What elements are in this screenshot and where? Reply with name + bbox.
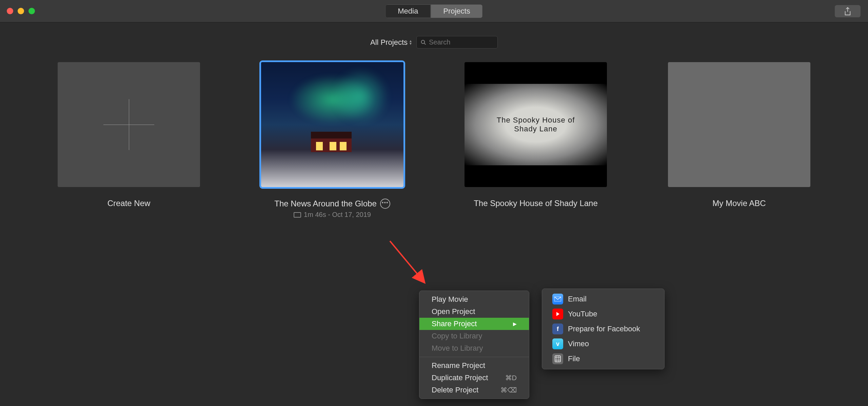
- filter-bar: All Projects ▲▼: [0, 22, 868, 62]
- project-thumbnail[interactable]: [261, 62, 403, 187]
- youtube-icon: [552, 309, 563, 319]
- email-icon: [552, 294, 563, 304]
- svg-point-0: [421, 40, 425, 43]
- annotation-arrow: [387, 238, 437, 289]
- projects-filter-dropdown[interactable]: All Projects ▲▼: [370, 38, 412, 47]
- project-more-button[interactable]: •••: [380, 199, 390, 209]
- search-icon: [421, 39, 426, 45]
- context-menu: Play Movie Open Project Share Project ▶ …: [419, 291, 529, 399]
- menu-copy-to-library: Copy to Library: [419, 330, 529, 342]
- menu-duplicate-label: Duplicate Project: [432, 373, 488, 382]
- menu-rename-project[interactable]: Rename Project: [419, 359, 529, 372]
- submenu-vimeo-label: Vimeo: [568, 339, 589, 348]
- menu-play-movie[interactable]: Play Movie: [419, 293, 529, 306]
- project-title: My Movie ABC: [712, 199, 766, 208]
- menu-separator: [419, 357, 529, 357]
- file-icon: [552, 353, 563, 364]
- svg-line-1: [424, 43, 426, 44]
- share-submenu: Email YouTube f Prepare for Facebook v V…: [542, 289, 665, 369]
- share-icon: [844, 7, 851, 16]
- search-input[interactable]: [429, 38, 493, 46]
- svg-rect-4: [555, 356, 560, 362]
- fullscreen-window-button[interactable]: [28, 8, 35, 14]
- submenu-arrow-icon: ▶: [513, 321, 517, 327]
- create-new-cell: Create New: [58, 62, 200, 219]
- thumbnail-image: [261, 62, 403, 187]
- submenu-facebook-label: Prepare for Facebook: [568, 325, 640, 333]
- project-cell: My Movie ABC: [668, 62, 810, 219]
- menu-delete-label: Delete Project: [432, 386, 478, 394]
- thumbnail-image: The Spooky House of Shady Lane: [465, 62, 607, 187]
- project-thumbnail[interactable]: [668, 62, 810, 187]
- plus-icon: [103, 99, 154, 150]
- minimize-window-button[interactable]: [18, 8, 24, 14]
- submenu-email[interactable]: Email: [542, 292, 664, 307]
- create-new-button[interactable]: [58, 62, 200, 187]
- menu-move-to-library: Move to Library: [419, 342, 529, 354]
- vimeo-icon: v: [552, 338, 563, 349]
- menu-delete-project[interactable]: Delete Project ⌘⌫: [419, 384, 529, 396]
- project-title: The Spooky House of Shady Lane: [474, 199, 598, 208]
- filter-label: All Projects: [370, 38, 408, 47]
- menu-open-project[interactable]: Open Project: [419, 306, 529, 318]
- thumb-text-line2: Shady Lane: [497, 125, 575, 133]
- submenu-file[interactable]: File: [542, 351, 664, 366]
- search-box[interactable]: [416, 36, 498, 49]
- project-title: The News Around the Globe: [274, 199, 377, 208]
- project-cell: The News Around the Globe ••• 1m 46s - O…: [261, 62, 403, 219]
- thumbnail-image: [668, 62, 810, 187]
- create-new-label: Create New: [107, 199, 151, 208]
- submenu-youtube[interactable]: YouTube: [542, 307, 664, 321]
- projects-grid: Create New The News Around the Globe •••…: [0, 62, 868, 219]
- tab-projects[interactable]: Projects: [431, 4, 482, 18]
- tab-media[interactable]: Media: [385, 4, 431, 18]
- menu-share-project[interactable]: Share Project ▶: [419, 318, 529, 330]
- filmstrip-icon: [294, 212, 301, 218]
- share-button[interactable]: [835, 5, 861, 17]
- submenu-facebook[interactable]: f Prepare for Facebook: [542, 321, 664, 336]
- project-thumbnail[interactable]: The Spooky House of Shady Lane: [465, 62, 607, 187]
- thumb-text-line1: The Spooky House of: [497, 116, 575, 125]
- menu-share-label: Share Project: [432, 319, 477, 328]
- menu-shortcut: ⌘⌫: [500, 386, 517, 394]
- submenu-file-label: File: [568, 354, 580, 363]
- sort-arrows-icon: ▲▼: [409, 40, 412, 45]
- view-segmented-control: Media Projects: [385, 4, 482, 18]
- svg-line-3: [390, 241, 424, 282]
- submenu-vimeo[interactable]: v Vimeo: [542, 336, 664, 351]
- facebook-icon: f: [552, 324, 563, 334]
- close-window-button[interactable]: [7, 8, 13, 14]
- project-meta: 1m 46s - Oct 17, 2019: [294, 211, 371, 219]
- window-controls: [7, 8, 35, 14]
- submenu-email-label: Email: [568, 295, 587, 303]
- project-cell: The Spooky House of Shady Lane The Spook…: [465, 62, 607, 219]
- project-meta-text: 1m 46s - Oct 17, 2019: [304, 211, 371, 219]
- menu-duplicate-project[interactable]: Duplicate Project ⌘D: [419, 372, 529, 384]
- menu-shortcut: ⌘D: [505, 374, 517, 382]
- submenu-youtube-label: YouTube: [568, 310, 597, 318]
- titlebar: Media Projects: [0, 0, 868, 22]
